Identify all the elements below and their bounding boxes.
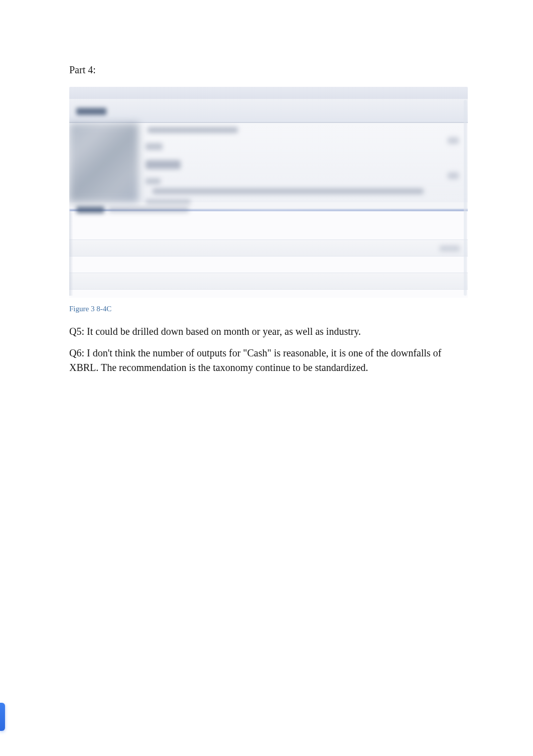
- screenshot-header: [69, 99, 468, 123]
- section-heading: Part 4:: [69, 64, 468, 76]
- blurred-screenshot-image: [69, 87, 468, 298]
- screenshot-row: [69, 239, 468, 257]
- screenshot-text-line: [153, 188, 424, 194]
- figure-container: Figure 3 8-4C: [69, 87, 468, 313]
- answer-q6: Q6: I don't think the number of outputs …: [69, 346, 468, 375]
- side-tab-handle[interactable]: [0, 703, 5, 731]
- screenshot-text-line: [146, 160, 181, 169]
- screenshot-left-edge: [69, 211, 73, 296]
- screenshot-text-line: [146, 199, 191, 204]
- screenshot-right-marker: [448, 137, 459, 144]
- screenshot-right-marker: [448, 172, 459, 179]
- screenshot-text-line: [146, 178, 161, 184]
- screenshot-scrollbar: [464, 100, 467, 296]
- screenshot-header-label: [76, 108, 106, 115]
- screenshot-text-line: [146, 143, 163, 150]
- screenshot-divider-label: [76, 206, 104, 213]
- screenshot-text-line: [148, 127, 238, 133]
- screenshot-topbar: [69, 87, 468, 99]
- screenshot-row: [69, 273, 468, 290]
- figure-caption: Figure 3 8-4C: [69, 305, 468, 313]
- answer-q5: Q5: It could be drilled down based on mo…: [69, 324, 468, 339]
- screenshot-sidebar-thumbnail: [69, 123, 139, 202]
- screenshot-divider-text: [108, 207, 189, 212]
- screenshot-row-value: [440, 245, 460, 251]
